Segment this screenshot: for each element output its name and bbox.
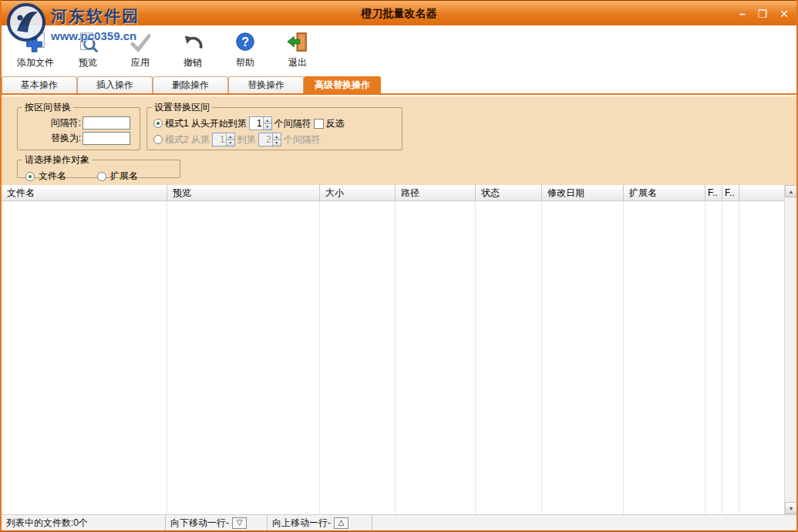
mode2-to-input: [259, 133, 272, 146]
watermark-site-url: www.pc0359.cn: [51, 29, 140, 42]
spinner-up-icon: ▲: [272, 133, 281, 140]
mode2-text-before: 从第: [191, 133, 210, 146]
mode1-label: 模式1: [165, 117, 189, 130]
undo-icon: [181, 30, 204, 55]
tab-delete-operation[interactable]: 删除操作: [153, 76, 228, 93]
watermark: 河东软件园 www.pc0359.cn: [6, 2, 140, 45]
window-controls: – ❐ ✕: [739, 1, 789, 26]
mode1-text-after: 个间隔符: [274, 117, 311, 130]
watermark-site-name: 河东软件园: [51, 5, 140, 27]
filename-label: 文件名: [39, 170, 66, 183]
tab-advanced-replace-operation[interactable]: 高级替换操作: [304, 76, 381, 93]
vertical-scrollbar[interactable]: ▲ ▼: [784, 185, 796, 514]
replace-with-input[interactable]: [82, 132, 130, 145]
range-replace-group-title: 按区间替换: [22, 101, 73, 114]
mode2-text-after: 个间隔符: [284, 133, 321, 146]
move-down-button[interactable]: ▽: [232, 517, 247, 529]
mode2-to-spinner: ▲▼: [258, 133, 281, 146]
minimize-button[interactable]: –: [739, 8, 746, 19]
mode2-label: 模式2: [165, 133, 189, 146]
replace-with-label: 替换为:: [51, 132, 81, 145]
target-group-title: 请选择操作对象: [22, 153, 92, 167]
invert-checkbox[interactable]: [314, 119, 324, 129]
mode2-from-spinner: ▲▼: [212, 133, 235, 146]
spinner-down-icon: ▼: [272, 140, 281, 146]
invert-label: 反选: [326, 117, 345, 130]
mode1-radio[interactable]: [153, 119, 163, 128]
spinner-up-icon[interactable]: ▲: [263, 117, 271, 123]
tab-basic-operation[interactable]: 基本操作: [2, 76, 77, 93]
column-header-extension[interactable]: 扩展名: [624, 185, 705, 201]
undo-button[interactable]: 撤销: [167, 30, 219, 73]
maximize-button[interactable]: ❐: [758, 8, 768, 19]
spinner-down-icon: ▼: [226, 140, 234, 146]
tab-insert-operation[interactable]: 插入操作: [77, 76, 153, 93]
site-logo-icon: [6, 2, 46, 45]
range-setting-group-title: 设置替换区间: [152, 101, 212, 114]
close-button[interactable]: ✕: [779, 8, 789, 19]
toolbar-button-label: 添加文件: [17, 56, 54, 69]
move-up-button[interactable]: △: [334, 517, 348, 529]
extension-radio[interactable]: [97, 172, 106, 181]
file-table: 文件名 预览 大小 路径 状态 修改日期 扩展名 F.. F.. ▲ ▼: [2, 185, 796, 514]
tab-replace-operation[interactable]: 替换操作: [228, 76, 304, 93]
svg-text:?: ?: [241, 35, 249, 49]
mode2-radio[interactable]: [153, 135, 163, 144]
mode2-text-middle: 到第: [237, 133, 256, 146]
column-header-path[interactable]: 路径: [396, 185, 476, 201]
move-up-label: 向上移动一行-: [272, 517, 331, 530]
options-panel: 按区间替换 间隔符: 替换为: 设置替换区间 模式1 从头开始到第 ▲▼ 个间隔…: [2, 96, 796, 185]
column-header-status[interactable]: 状态: [476, 185, 542, 201]
range-setting-group: 设置替换区间 模式1 从头开始到第 ▲▼ 个间隔符 反选 模式2 从第: [146, 101, 402, 150]
toolbar-button-label: 预览: [79, 56, 97, 69]
scroll-down-icon[interactable]: ▼: [785, 502, 797, 514]
column-header-preview[interactable]: 预览: [167, 185, 320, 201]
exit-button[interactable]: 退出: [271, 30, 324, 73]
mode2-from-input: [213, 133, 226, 146]
status-bar: 列表中的文件数:0个 向下移动一行- ▽ 向上移动一行- △: [2, 514, 796, 530]
extension-label: 扩展名: [110, 170, 138, 183]
target-group: 请选择操作对象 文件名 扩展名: [17, 153, 180, 178]
spinner-down-icon[interactable]: ▼: [263, 123, 271, 130]
column-header-f1[interactable]: F..: [705, 185, 722, 201]
help-icon: ?: [234, 30, 257, 55]
help-button[interactable]: ? 帮助: [219, 30, 271, 73]
separator-label: 间隔符:: [51, 116, 81, 130]
filename-radio[interactable]: [25, 172, 35, 181]
file-count-text: 列表中的文件数:0个: [6, 517, 88, 530]
mode1-count-spinner[interactable]: ▲▼: [249, 116, 272, 130]
scroll-up-icon[interactable]: ▲: [785, 185, 797, 197]
move-down-label: 向下移动一行-: [170, 517, 229, 530]
separator-input[interactable]: [82, 116, 130, 130]
toolbar-button-label: 帮助: [236, 56, 254, 69]
toolbar-button-label: 退出: [288, 56, 307, 69]
column-header-modified-date[interactable]: 修改日期: [542, 185, 624, 201]
column-header-f2[interactable]: F..: [722, 185, 739, 201]
table-body[interactable]: [2, 201, 784, 514]
column-header-filename[interactable]: 文件名: [2, 185, 167, 201]
mode1-text-before: 从头开始到第: [191, 117, 247, 130]
mode1-count-input[interactable]: [250, 117, 263, 130]
tab-bar: 基本操作 插入操作 删除操作 替换操作 高级替换操作: [2, 76, 796, 95]
column-header-filler: [739, 185, 784, 201]
exit-icon: [286, 30, 309, 55]
toolbar-button-label: 撤销: [184, 56, 202, 69]
app-window: 橙刀批量改名器 – ❐ ✕ 河东软件园 www.pc0359.cn: [0, 0, 798, 532]
range-replace-group: 按区间替换 间隔符: 替换为:: [17, 101, 140, 150]
column-header-size[interactable]: 大小: [320, 185, 396, 201]
spinner-up-icon: ▲: [226, 133, 234, 140]
toolbar-button-label: 应用: [131, 56, 150, 69]
table-header: 文件名 预览 大小 路径 状态 修改日期 扩展名 F.. F..: [2, 185, 784, 201]
